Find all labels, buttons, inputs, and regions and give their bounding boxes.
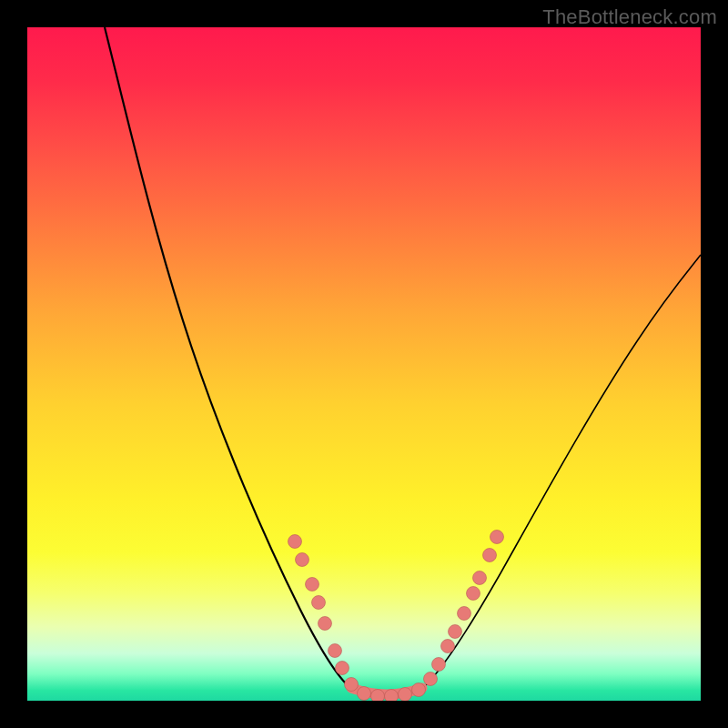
marker-dot [306, 578, 319, 592]
marker-dot [424, 672, 438, 686]
marker-dot [385, 690, 399, 702]
marker-dot [312, 596, 326, 610]
marker-dot [490, 531, 504, 544]
marker-dots [288, 531, 504, 702]
marker-dot [345, 678, 359, 692]
bottleneck-curve-left [105, 27, 355, 692]
marker-dot [473, 571, 487, 585]
marker-dot [318, 617, 332, 631]
outer-frame: TheBottleneck.com [0, 0, 728, 728]
marker-dot [467, 587, 480, 601]
marker-dot [483, 549, 497, 562]
marker-dot [358, 687, 371, 701]
bottleneck-curve-right [419, 255, 701, 692]
marker-dot [371, 690, 385, 702]
marker-dot [288, 535, 302, 549]
marker-dot [432, 658, 446, 672]
marker-dot [336, 662, 349, 675]
watermark-text: TheBottleneck.com [542, 5, 717, 29]
marker-dot [399, 688, 412, 702]
marker-dot [458, 607, 471, 621]
marker-dot [329, 644, 342, 658]
marker-dot [441, 640, 455, 653]
chart-svg [27, 27, 701, 701]
marker-dot [296, 553, 309, 567]
marker-dot [449, 625, 462, 639]
plot-area [27, 27, 701, 701]
marker-dot [412, 683, 426, 697]
